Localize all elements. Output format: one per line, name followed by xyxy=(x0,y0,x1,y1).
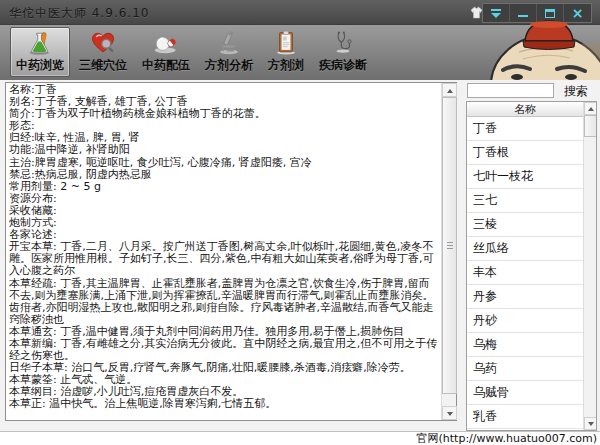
tab-herb-compatibility[interactable]: 中药配伍 xyxy=(136,27,196,77)
tab-label: 中药浏览 xyxy=(16,57,64,74)
article-line: 开宝本草: 丁香,二月、八月采。按广州送丁香图,树高丈余,叶似栎叶,花圆细,黄色… xyxy=(9,241,440,277)
search-button[interactable]: 搜索 xyxy=(564,83,588,100)
article-line: 炮制方式: xyxy=(9,217,440,229)
scrollbar-thumb[interactable] xyxy=(442,97,457,394)
herb-list-rows: 名称 丁香 丁香根 七叶一枝花 三七 三棱 丝瓜络 丰本 丹参 丹砂 乌梅 乌药… xyxy=(467,102,583,430)
huatuo-mascot xyxy=(485,19,600,80)
herb-list: 名称 丁香 丁香根 七叶一枝花 三七 三棱 丝瓜络 丰本 丹参 丹砂 乌梅 乌药… xyxy=(466,101,597,431)
statusbar: 官网(http://www.huatuo007.com) xyxy=(0,431,600,445)
tab-label: 方剂浏 xyxy=(268,57,304,74)
tab-label: 方剂分析 xyxy=(205,57,253,74)
list-item[interactable]: 丹砂 xyxy=(467,309,583,333)
list-item[interactable]: 乌药 xyxy=(467,357,583,381)
herb-article: 名称:丁香 别名:丁子香, 支解香, 雄丁香, 公丁香 简介:丁香为双子叶植物药… xyxy=(9,84,440,419)
skin-menu-icon xyxy=(491,9,501,11)
article-line: 本草新编: 丁香,有雌雄之分,其实治病无分彼此。直中阴经之病,最宜用之,但不可用… xyxy=(9,338,440,362)
article-line: 本草经疏: 丁香,其主温脾胃、止霍乱壅胀者,盖脾胃为仓凛之官,饮食生冷,伤于脾胃… xyxy=(9,278,440,326)
tab-disease-diagnosis[interactable]: 疾病诊断 xyxy=(313,27,373,77)
close-icon: × xyxy=(572,6,584,20)
article-scrollbar[interactable] xyxy=(441,83,456,420)
list-item[interactable]: 乳香 xyxy=(467,405,583,429)
content-area: 名称:丁香 别名:丁子香, 支解香, 雄丁香, 公丁香 简介:丁香为双子叶植物药… xyxy=(0,80,600,431)
article-line: 本草正: 温中快气。治上焦呃逆,除胃寒泻痢,七情五郁。 xyxy=(9,398,440,410)
list-item[interactable]: 丁香 xyxy=(467,117,583,141)
list-item[interactable]: 丰本 xyxy=(467,261,583,285)
pills-icon xyxy=(151,30,181,56)
list-item[interactable]: 丹参 xyxy=(467,285,583,309)
list-item[interactable]: 丝瓜络 xyxy=(467,237,583,261)
scroll-down-icon[interactable] xyxy=(584,417,597,430)
scroll-down-icon[interactable] xyxy=(442,406,457,420)
minimize-icon xyxy=(518,15,528,17)
tab-3d-acupoints[interactable]: 三维穴位 xyxy=(73,27,133,77)
article-line: 主治:脾胃虚寒, 呃逆呕吐, 食少吐泻, 心腹冷痛, 肾虚阳痿, 宫冷 xyxy=(9,157,440,169)
list-item[interactable]: 七叶一枝花 xyxy=(467,165,583,189)
list-scrollbar[interactable] xyxy=(583,102,596,430)
article-line: 功能:温中降逆, 补肾助阳 xyxy=(9,144,440,156)
list-item[interactable]: 乌贼骨 xyxy=(467,381,583,405)
tab-herb-browse[interactable]: 中药浏览 xyxy=(10,27,70,77)
search-input[interactable] xyxy=(467,83,554,98)
article-line: 常用剂量: 2 ~ 5 g xyxy=(9,181,440,193)
tab-label: 三维穴位 xyxy=(79,57,127,74)
tab-formula-browse[interactable]: 方剂浏 xyxy=(262,27,310,77)
tab-label: 疾病诊断 xyxy=(319,57,367,74)
window-title: 华佗中医大师 4.9.6.10 xyxy=(9,5,149,22)
stethoscope-icon xyxy=(328,30,358,56)
scrollbar-thumb[interactable] xyxy=(584,115,597,137)
list-item[interactable]: 丁香根 xyxy=(467,141,583,165)
article-line: 简介:丁香为双子叶植物药桃金娘科植物丁香的花蕾。 xyxy=(9,108,440,120)
article-line: 采收储藏: xyxy=(9,205,440,217)
list-item[interactable]: 三棱 xyxy=(467,213,583,237)
heart-magnifier-icon xyxy=(88,30,118,56)
clipboard-icon xyxy=(271,30,301,56)
herb-detail-panel[interactable]: 名称:丁香 别名:丁子香, 支解香, 雄丁香, 公丁香 简介:丁香为双子叶植物药… xyxy=(5,82,457,421)
flask-icon xyxy=(25,30,55,56)
list-item[interactable]: 三七 xyxy=(467,189,583,213)
list-header[interactable]: 名称 xyxy=(467,102,583,117)
list-item[interactable]: 乌梅 xyxy=(467,333,583,357)
article-line: 资源分布: xyxy=(9,193,440,205)
tab-formula-analysis[interactable]: 方剂分析 xyxy=(199,27,259,77)
app-window: 华佗中医大师 4.9.6.10 × xyxy=(0,0,600,445)
official-site-text: 官网(http://www.huatuo007.com) xyxy=(417,432,597,445)
chevron-down-icon xyxy=(491,13,501,18)
microscope-icon xyxy=(214,30,244,56)
article-line: 禁忌:热病忌服, 阴虚内热忌服 xyxy=(9,169,440,181)
thumb-grip-icon xyxy=(447,242,453,250)
maximize-icon xyxy=(545,9,555,18)
tab-label: 中药配伍 xyxy=(142,57,190,74)
scroll-up-icon[interactable] xyxy=(442,83,457,97)
scroll-up-icon[interactable] xyxy=(584,102,597,115)
